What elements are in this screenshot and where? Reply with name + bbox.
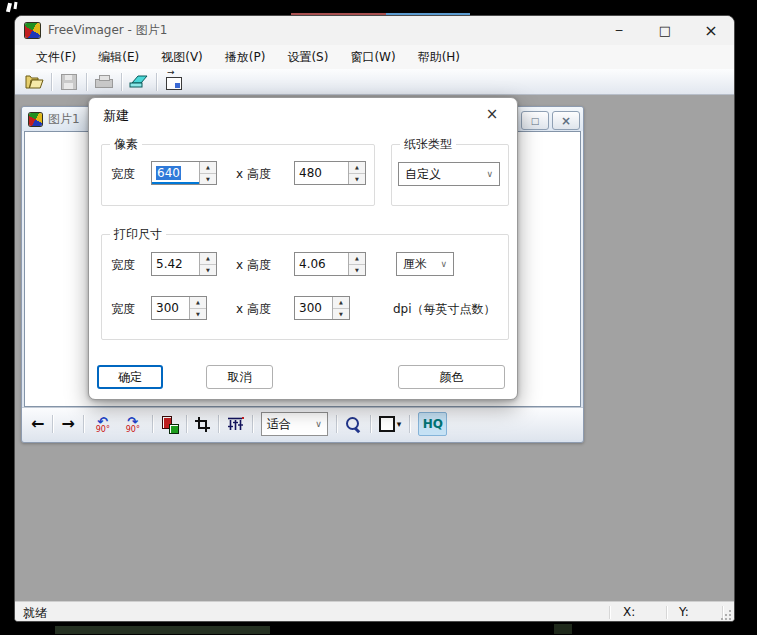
print-width-input[interactable]: 5.42 ▲ ▼ bbox=[151, 252, 217, 276]
dpi-unit-label: dpi（每英寸点数） bbox=[393, 301, 496, 318]
zoom-mode-select[interactable]: 适合 ∨ bbox=[261, 412, 328, 436]
background-artifact bbox=[14, 2, 18, 9]
rotate-right-button[interactable]: ↷ 90° bbox=[122, 415, 144, 434]
minimize-button[interactable]: ─ bbox=[596, 16, 642, 45]
save-floppy-icon bbox=[61, 74, 77, 90]
close-button[interactable]: × bbox=[688, 16, 734, 45]
pixel-width-label: 宽度 bbox=[111, 166, 135, 183]
rotate-left-label: 90° bbox=[96, 426, 110, 434]
spin-down-icon[interactable]: ▼ bbox=[200, 265, 216, 276]
dpi-height-input[interactable]: 300 ▲ ▼ bbox=[294, 296, 350, 320]
pixel-width-value: 640 bbox=[156, 166, 181, 180]
separator bbox=[409, 415, 410, 433]
print-size-group: 打印尺寸 bbox=[101, 234, 509, 340]
paper-type-legend: 纸张类型 bbox=[400, 136, 456, 153]
background-smudge bbox=[55, 626, 270, 634]
cursor-x-field: X: bbox=[623, 605, 635, 619]
status-text: 就绪 bbox=[23, 605, 47, 622]
background-smudge bbox=[554, 624, 572, 634]
separator bbox=[186, 415, 187, 433]
chevron-down-icon: ∨ bbox=[440, 259, 447, 269]
dpi-width-value: 300 bbox=[152, 297, 189, 319]
spin-up-icon[interactable]: ▲ bbox=[190, 297, 206, 309]
frame-tool-button[interactable]: ▾ bbox=[379, 416, 402, 432]
spin-down-icon[interactable]: ▼ bbox=[333, 309, 349, 320]
separator bbox=[156, 73, 157, 91]
separator bbox=[86, 73, 87, 91]
previous-image-button[interactable]: ← bbox=[31, 416, 44, 432]
printer-icon bbox=[95, 79, 113, 88]
print-size-legend: 打印尺寸 bbox=[110, 226, 166, 243]
main-toolbar bbox=[15, 69, 734, 95]
menu-settings[interactable]: 设置(S) bbox=[276, 46, 339, 69]
zoom-mode-value: 适合 bbox=[267, 416, 291, 433]
resize-icon-part bbox=[169, 424, 179, 434]
new-image-dialog: 新建 × 像素 宽度 640 ▲ ▼ x 高度 480 ▲ ▼ 纸张类型 自定义… bbox=[88, 97, 518, 400]
hq-toggle-button[interactable]: HQ bbox=[418, 412, 447, 436]
frame-rectangle-icon bbox=[379, 416, 395, 432]
spin-up-icon[interactable]: ▲ bbox=[349, 253, 365, 265]
paste-from-clipboard-button[interactable] bbox=[164, 73, 184, 91]
spin-up-icon[interactable]: ▲ bbox=[349, 162, 365, 174]
separator bbox=[370, 415, 371, 433]
print-height-spinner: ▲ ▼ bbox=[348, 253, 365, 275]
print-unit-select[interactable]: 厘米 ∨ bbox=[396, 252, 454, 276]
menu-window[interactable]: 窗口(W) bbox=[339, 46, 406, 69]
resize-button[interactable] bbox=[161, 416, 178, 433]
adjust-sliders-icon bbox=[227, 417, 244, 432]
spin-up-icon[interactable]: ▲ bbox=[200, 162, 216, 174]
title-bar[interactable]: FreeVimager - 图片1 ─ □ × bbox=[15, 16, 734, 45]
print-height-label: x 高度 bbox=[236, 257, 271, 274]
menu-play[interactable]: 播放(P) bbox=[214, 46, 277, 69]
pixel-height-value: 480 bbox=[295, 162, 348, 184]
dpi-width-spinner: ▲ ▼ bbox=[189, 297, 206, 319]
image-restore-button[interactable]: □ bbox=[521, 111, 549, 130]
spin-down-icon[interactable]: ▼ bbox=[190, 309, 206, 320]
print-height-input[interactable]: 4.06 ▲ ▼ bbox=[294, 252, 366, 276]
separator bbox=[609, 606, 610, 619]
spin-down-icon[interactable]: ▼ bbox=[349, 265, 365, 276]
pixel-height-spinner: ▲ ▼ bbox=[348, 162, 365, 184]
spin-up-icon[interactable]: ▲ bbox=[200, 253, 216, 265]
status-bar: 就绪 X: Y: bbox=[15, 601, 734, 622]
separator bbox=[218, 415, 219, 433]
dialog-close-button[interactable]: × bbox=[482, 104, 502, 124]
spin-up-icon[interactable]: ▲ bbox=[333, 297, 349, 309]
menu-edit[interactable]: 编辑(E) bbox=[87, 46, 150, 69]
maximize-button[interactable]: □ bbox=[642, 16, 688, 45]
resize-grip[interactable] bbox=[721, 610, 731, 620]
pixel-height-label: x 高度 bbox=[236, 166, 271, 183]
separator bbox=[336, 415, 337, 433]
color-button[interactable]: 颜色 bbox=[398, 365, 505, 389]
chevron-down-icon: ∨ bbox=[315, 419, 322, 429]
dpi-width-input[interactable]: 300 ▲ ▼ bbox=[151, 296, 207, 320]
spin-down-icon[interactable]: ▼ bbox=[349, 174, 365, 185]
menu-file[interactable]: 文件(F) bbox=[25, 46, 87, 69]
app-icon bbox=[25, 23, 40, 38]
crop-button[interactable] bbox=[195, 417, 210, 432]
image-close-button[interactable]: × bbox=[552, 111, 580, 130]
paper-type-select[interactable]: 自定义 ∨ bbox=[398, 162, 500, 186]
print-height-value: 4.06 bbox=[295, 253, 348, 275]
save-button[interactable] bbox=[59, 73, 79, 91]
zoom-tool-button[interactable] bbox=[345, 416, 362, 433]
image-toolbar: ← → ↶ 90° ↷ 90° bbox=[22, 407, 583, 440]
pixel-height-input[interactable]: 480 ▲ ▼ bbox=[294, 161, 366, 185]
separator bbox=[121, 73, 122, 91]
dpi-height-spinner: ▲ ▼ bbox=[332, 297, 349, 319]
open-file-button[interactable] bbox=[24, 73, 44, 91]
next-image-button[interactable]: → bbox=[61, 416, 74, 432]
rotate-left-button[interactable]: ↶ 90° bbox=[92, 415, 114, 434]
frame-dropdown-caret-icon[interactable]: ▾ bbox=[397, 419, 402, 429]
adjust-button[interactable] bbox=[227, 417, 244, 432]
scan-button[interactable] bbox=[129, 73, 149, 91]
print-button[interactable] bbox=[94, 73, 114, 91]
cancel-button[interactable]: 取消 bbox=[206, 365, 273, 389]
paper-type-value: 自定义 bbox=[405, 166, 441, 183]
ok-button[interactable]: 确定 bbox=[97, 365, 163, 389]
spin-down-icon[interactable]: ▼ bbox=[200, 174, 216, 185]
pixel-width-input[interactable]: 640 ▲ ▼ bbox=[151, 161, 217, 185]
crop-icon bbox=[195, 417, 210, 432]
menu-view[interactable]: 视图(V) bbox=[150, 46, 214, 69]
menu-help[interactable]: 帮助(H) bbox=[407, 46, 471, 69]
